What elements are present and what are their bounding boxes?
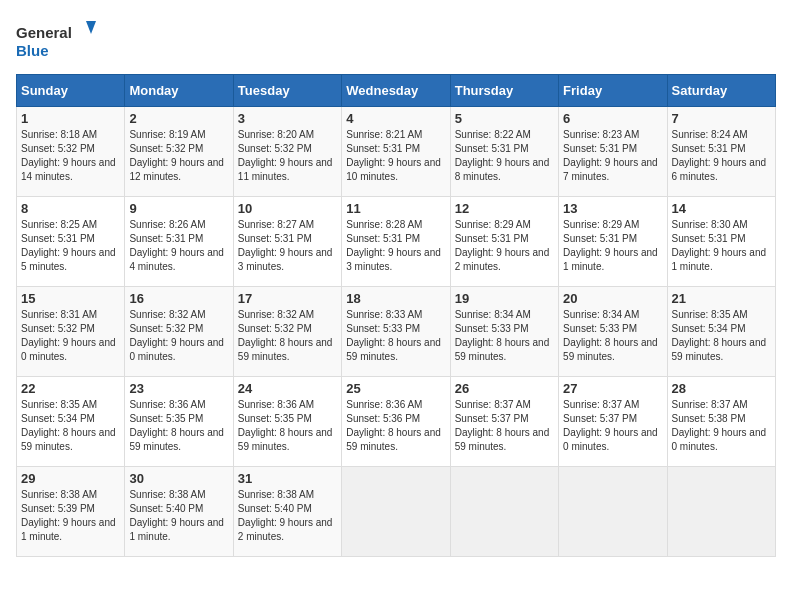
cell-content: Sunrise: 8:35 AM Sunset: 5:34 PM Dayligh…: [21, 398, 120, 454]
header-cell-friday: Friday: [559, 75, 667, 107]
day-number: 8: [21, 201, 120, 216]
cell-content: Sunrise: 8:37 AM Sunset: 5:37 PM Dayligh…: [563, 398, 662, 454]
week-row-1: 1 Sunrise: 8:18 AM Sunset: 5:32 PM Dayli…: [17, 107, 776, 197]
cell-content: Sunrise: 8:31 AM Sunset: 5:32 PM Dayligh…: [21, 308, 120, 364]
cell-content: Sunrise: 8:38 AM Sunset: 5:40 PM Dayligh…: [238, 488, 337, 544]
day-number: 10: [238, 201, 337, 216]
cell-content: Sunrise: 8:38 AM Sunset: 5:39 PM Dayligh…: [21, 488, 120, 544]
cell-content: Sunrise: 8:24 AM Sunset: 5:31 PM Dayligh…: [672, 128, 771, 184]
day-cell: 30 Sunrise: 8:38 AM Sunset: 5:40 PM Dayl…: [125, 467, 233, 557]
day-number: 15: [21, 291, 120, 306]
day-cell: 22 Sunrise: 8:35 AM Sunset: 5:34 PM Dayl…: [17, 377, 125, 467]
day-cell: 2 Sunrise: 8:19 AM Sunset: 5:32 PM Dayli…: [125, 107, 233, 197]
cell-content: Sunrise: 8:38 AM Sunset: 5:40 PM Dayligh…: [129, 488, 228, 544]
cell-content: Sunrise: 8:34 AM Sunset: 5:33 PM Dayligh…: [455, 308, 554, 364]
day-cell: 14 Sunrise: 8:30 AM Sunset: 5:31 PM Dayl…: [667, 197, 775, 287]
day-number: 18: [346, 291, 445, 306]
day-number: 31: [238, 471, 337, 486]
day-number: 13: [563, 201, 662, 216]
svg-text:General: General: [16, 24, 72, 41]
day-number: 12: [455, 201, 554, 216]
day-cell: 20 Sunrise: 8:34 AM Sunset: 5:33 PM Dayl…: [559, 287, 667, 377]
logo: General Blue: [16, 16, 96, 66]
day-cell: 6 Sunrise: 8:23 AM Sunset: 5:31 PM Dayli…: [559, 107, 667, 197]
header-row: SundayMondayTuesdayWednesdayThursdayFrid…: [17, 75, 776, 107]
day-number: 7: [672, 111, 771, 126]
day-number: 1: [21, 111, 120, 126]
cell-content: Sunrise: 8:19 AM Sunset: 5:32 PM Dayligh…: [129, 128, 228, 184]
cell-content: Sunrise: 8:25 AM Sunset: 5:31 PM Dayligh…: [21, 218, 120, 274]
calendar-header: SundayMondayTuesdayWednesdayThursdayFrid…: [17, 75, 776, 107]
day-cell: 1 Sunrise: 8:18 AM Sunset: 5:32 PM Dayli…: [17, 107, 125, 197]
week-row-2: 8 Sunrise: 8:25 AM Sunset: 5:31 PM Dayli…: [17, 197, 776, 287]
cell-content: Sunrise: 8:36 AM Sunset: 5:35 PM Dayligh…: [238, 398, 337, 454]
day-number: 14: [672, 201, 771, 216]
cell-content: Sunrise: 8:23 AM Sunset: 5:31 PM Dayligh…: [563, 128, 662, 184]
day-cell: 21 Sunrise: 8:35 AM Sunset: 5:34 PM Dayl…: [667, 287, 775, 377]
day-cell: 4 Sunrise: 8:21 AM Sunset: 5:31 PM Dayli…: [342, 107, 450, 197]
svg-marker-2: [86, 21, 96, 34]
day-cell: 19 Sunrise: 8:34 AM Sunset: 5:33 PM Dayl…: [450, 287, 558, 377]
day-cell: [450, 467, 558, 557]
cell-content: Sunrise: 8:32 AM Sunset: 5:32 PM Dayligh…: [238, 308, 337, 364]
header-cell-monday: Monday: [125, 75, 233, 107]
day-number: 2: [129, 111, 228, 126]
day-number: 9: [129, 201, 228, 216]
header-cell-thursday: Thursday: [450, 75, 558, 107]
cell-content: Sunrise: 8:36 AM Sunset: 5:36 PM Dayligh…: [346, 398, 445, 454]
calendar-table: SundayMondayTuesdayWednesdayThursdayFrid…: [16, 74, 776, 557]
day-cell: 17 Sunrise: 8:32 AM Sunset: 5:32 PM Dayl…: [233, 287, 341, 377]
day-number: 21: [672, 291, 771, 306]
day-number: 4: [346, 111, 445, 126]
calendar-body: 1 Sunrise: 8:18 AM Sunset: 5:32 PM Dayli…: [17, 107, 776, 557]
day-number: 26: [455, 381, 554, 396]
cell-content: Sunrise: 8:30 AM Sunset: 5:31 PM Dayligh…: [672, 218, 771, 274]
day-cell: [342, 467, 450, 557]
day-cell: 8 Sunrise: 8:25 AM Sunset: 5:31 PM Dayli…: [17, 197, 125, 287]
day-number: 20: [563, 291, 662, 306]
day-number: 6: [563, 111, 662, 126]
page-header: General Blue: [16, 16, 776, 66]
cell-content: Sunrise: 8:20 AM Sunset: 5:32 PM Dayligh…: [238, 128, 337, 184]
day-cell: 25 Sunrise: 8:36 AM Sunset: 5:36 PM Dayl…: [342, 377, 450, 467]
day-cell: 28 Sunrise: 8:37 AM Sunset: 5:38 PM Dayl…: [667, 377, 775, 467]
week-row-4: 22 Sunrise: 8:35 AM Sunset: 5:34 PM Dayl…: [17, 377, 776, 467]
cell-content: Sunrise: 8:21 AM Sunset: 5:31 PM Dayligh…: [346, 128, 445, 184]
day-cell: 13 Sunrise: 8:29 AM Sunset: 5:31 PM Dayl…: [559, 197, 667, 287]
header-cell-tuesday: Tuesday: [233, 75, 341, 107]
day-cell: 18 Sunrise: 8:33 AM Sunset: 5:33 PM Dayl…: [342, 287, 450, 377]
day-cell: 26 Sunrise: 8:37 AM Sunset: 5:37 PM Dayl…: [450, 377, 558, 467]
day-cell: 9 Sunrise: 8:26 AM Sunset: 5:31 PM Dayli…: [125, 197, 233, 287]
day-number: 28: [672, 381, 771, 396]
header-cell-saturday: Saturday: [667, 75, 775, 107]
svg-text:Blue: Blue: [16, 42, 49, 59]
day-number: 22: [21, 381, 120, 396]
day-cell: 11 Sunrise: 8:28 AM Sunset: 5:31 PM Dayl…: [342, 197, 450, 287]
cell-content: Sunrise: 8:26 AM Sunset: 5:31 PM Dayligh…: [129, 218, 228, 274]
cell-content: Sunrise: 8:37 AM Sunset: 5:37 PM Dayligh…: [455, 398, 554, 454]
day-cell: 12 Sunrise: 8:29 AM Sunset: 5:31 PM Dayl…: [450, 197, 558, 287]
day-number: 5: [455, 111, 554, 126]
week-row-3: 15 Sunrise: 8:31 AM Sunset: 5:32 PM Dayl…: [17, 287, 776, 377]
cell-content: Sunrise: 8:29 AM Sunset: 5:31 PM Dayligh…: [563, 218, 662, 274]
day-number: 19: [455, 291, 554, 306]
day-number: 27: [563, 381, 662, 396]
cell-content: Sunrise: 8:36 AM Sunset: 5:35 PM Dayligh…: [129, 398, 228, 454]
day-number: 3: [238, 111, 337, 126]
day-cell: 16 Sunrise: 8:32 AM Sunset: 5:32 PM Dayl…: [125, 287, 233, 377]
day-cell: 15 Sunrise: 8:31 AM Sunset: 5:32 PM Dayl…: [17, 287, 125, 377]
day-cell: 3 Sunrise: 8:20 AM Sunset: 5:32 PM Dayli…: [233, 107, 341, 197]
day-cell: 5 Sunrise: 8:22 AM Sunset: 5:31 PM Dayli…: [450, 107, 558, 197]
day-cell: 23 Sunrise: 8:36 AM Sunset: 5:35 PM Dayl…: [125, 377, 233, 467]
cell-content: Sunrise: 8:27 AM Sunset: 5:31 PM Dayligh…: [238, 218, 337, 274]
day-number: 17: [238, 291, 337, 306]
day-number: 29: [21, 471, 120, 486]
day-number: 11: [346, 201, 445, 216]
logo-svg: General Blue: [16, 16, 96, 66]
cell-content: Sunrise: 8:18 AM Sunset: 5:32 PM Dayligh…: [21, 128, 120, 184]
cell-content: Sunrise: 8:32 AM Sunset: 5:32 PM Dayligh…: [129, 308, 228, 364]
cell-content: Sunrise: 8:37 AM Sunset: 5:38 PM Dayligh…: [672, 398, 771, 454]
cell-content: Sunrise: 8:35 AM Sunset: 5:34 PM Dayligh…: [672, 308, 771, 364]
day-cell: 10 Sunrise: 8:27 AM Sunset: 5:31 PM Dayl…: [233, 197, 341, 287]
day-number: 16: [129, 291, 228, 306]
